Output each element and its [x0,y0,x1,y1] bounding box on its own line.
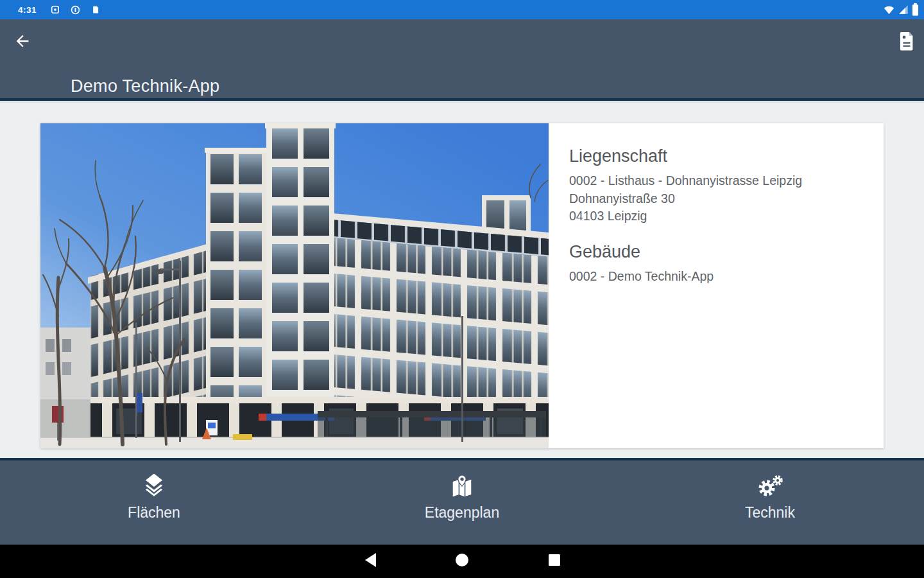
android-recents-icon [548,554,561,569]
back-button[interactable] [13,32,31,50]
screen: 4:31 [0,0,924,578]
notification-circle-icon [71,5,80,15]
android-recents-button[interactable] [538,545,571,578]
document-action-button[interactable] [899,31,916,51]
app-bar: Demo Technik-App [0,19,924,98]
liegenschaft-details: 0002 - Listhaus - Dohnanyistrasse Leipzi… [569,172,864,225]
building-info-card: Liegenschaft 0002 - Listhaus - Dohnanyis… [40,123,884,448]
bottom-nav-item-flaechen[interactable]: Flächen [0,460,308,545]
bottom-nav-label: Technik [745,504,795,521]
building-info-panel: Liegenschaft 0002 - Listhaus - Dohnanyis… [549,123,884,448]
liegenschaft-line-3: 04103 Leipzig [569,207,864,225]
bottom-nav-label: Flächen [128,504,180,521]
android-home-button[interactable] [445,545,479,578]
building-photo [40,123,549,448]
notification-icons [51,5,100,15]
android-nav-bar [0,545,924,578]
content-area: Liegenschaft 0002 - Listhaus - Dohnanyis… [0,103,924,458]
android-back-icon [364,552,377,570]
document-icon [899,42,915,53]
liegenschaft-line-2: Dohnanyistraße 30 [569,190,864,208]
bottom-nav-label: Etagenplan [425,504,499,521]
bottom-nav-item-etagenplan[interactable]: Etagenplan [308,460,616,545]
layers-icon [142,474,166,498]
gebaeude-details: 0002 - Demo Technik-App [569,268,864,286]
android-back-button[interactable] [354,545,388,578]
system-status-icons [883,0,919,19]
arrow-left-icon [13,41,31,52]
liegenschaft-line-1: 0002 - Listhaus - Dohnanyistrasse Leipzi… [569,172,864,190]
status-bar: 4:31 [0,0,924,19]
gebaeude-heading: Gebäude [569,241,864,263]
notification-app-icon [51,5,60,14]
page-title: Demo Technik-App [71,76,219,96]
gears-icon [757,474,783,498]
liegenschaft-heading: Liegenschaft [569,145,864,167]
cellular-signal-icon [898,4,909,15]
gebaeude-line-1: 0002 - Demo Technik-App [569,268,864,286]
battery-icon [912,3,919,16]
android-home-icon [455,553,469,570]
bottom-nav: Flächen Etagenplan [0,460,924,545]
bottom-nav-item-technik[interactable]: Technik [616,460,924,545]
wifi-icon [883,4,895,15]
map-pin-icon [450,474,474,498]
notification-card-icon [91,5,100,14]
clock: 4:31 [18,5,37,15]
